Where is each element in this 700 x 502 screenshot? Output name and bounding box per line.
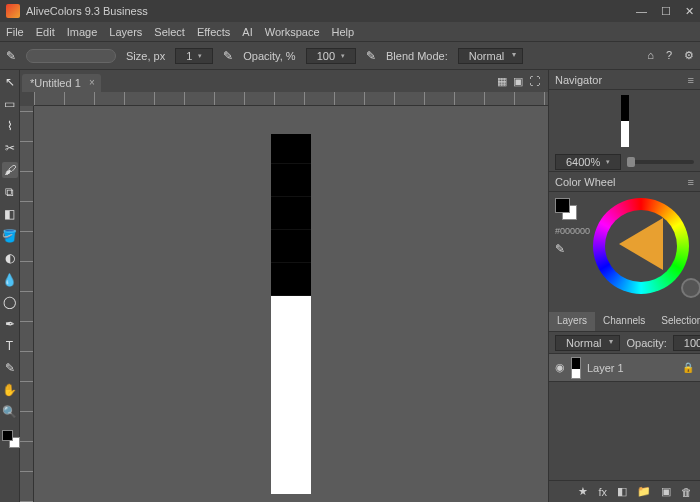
pen-tool[interactable]: ✒ [2, 316, 18, 332]
eyedropper-tool[interactable]: ✎ [2, 360, 18, 376]
menu-layers[interactable]: Layers [109, 26, 142, 38]
canvas-image [271, 134, 311, 494]
blend-label: Blend Mode: [386, 50, 448, 62]
visibility-icon[interactable]: ◉ [555, 361, 565, 374]
delete-icon[interactable]: 🗑 [681, 486, 692, 498]
blur-tool[interactable]: 💧 [2, 272, 18, 288]
folder-icon[interactable]: 📁 [637, 485, 651, 498]
maximize-button[interactable]: ☐ [661, 5, 671, 18]
color-swatch[interactable] [2, 430, 18, 446]
screen-icon[interactable]: ▣ [513, 75, 523, 88]
layer-name[interactable]: Layer 1 [587, 362, 624, 374]
layer-opacity-input[interactable]: 100▾ [673, 335, 700, 351]
size-pressure-icon[interactable]: ✎ [223, 49, 233, 63]
menu-effects[interactable]: Effects [197, 26, 230, 38]
navigator-preview[interactable] [549, 90, 700, 152]
lasso-tool[interactable]: ⌇ [2, 118, 18, 134]
menu-workspace[interactable]: Workspace [265, 26, 320, 38]
canvas[interactable] [34, 106, 548, 502]
arrange-icon[interactable]: ▦ [497, 75, 507, 88]
expand-icon[interactable]: ⛶ [529, 75, 540, 88]
menu-image[interactable]: Image [67, 26, 98, 38]
menu-edit[interactable]: Edit [36, 26, 55, 38]
brush-preview[interactable] [26, 49, 116, 63]
layer-blend-select[interactable]: Normal [555, 335, 620, 351]
app-title: AliveColors 9.3 Business [26, 5, 148, 17]
document-area: *Untitled 1× ▦ ▣ ⛶ [20, 70, 548, 502]
options-bar: ✎ Size, px 1▾ ✎ Opacity, % 100▾ ✎ Blend … [0, 42, 700, 70]
grayscale-icon[interactable] [681, 278, 700, 298]
zoom-input[interactable]: 6400%▾ [555, 154, 621, 170]
size-input[interactable]: 1▾ [175, 48, 213, 64]
doc-tab[interactable]: *Untitled 1× [22, 74, 101, 92]
gradient-tool[interactable]: ◐ [2, 250, 18, 266]
zoom-slider[interactable] [627, 160, 694, 164]
colorwheel-title: Color Wheel [555, 176, 616, 188]
navigator-title: Navigator [555, 74, 602, 86]
menu-help[interactable]: Help [332, 26, 355, 38]
zoom-tool[interactable]: 🔍 [2, 404, 18, 420]
app-logo [6, 4, 20, 18]
minimize-button[interactable]: — [636, 5, 647, 18]
opacity-pressure-icon[interactable]: ✎ [366, 49, 376, 63]
marquee-tool[interactable]: ▭ [2, 96, 18, 112]
new-layer-icon[interactable]: ▣ [661, 485, 671, 498]
color-wheel[interactable] [593, 198, 689, 294]
opacity-input[interactable]: 100▾ [306, 48, 356, 64]
layer-opacity-label: Opacity: [626, 337, 666, 349]
star-icon[interactable]: ★ [578, 485, 588, 498]
help-icon[interactable]: ? [666, 49, 672, 62]
blend-mode-select[interactable]: Normal [458, 48, 523, 64]
close-button[interactable]: ✕ [685, 5, 694, 18]
brush-tool[interactable]: 🖌 [2, 162, 18, 178]
opacity-label: Opacity, % [243, 50, 295, 62]
titlebar: AliveColors 9.3 Business — ☐ ✕ [0, 0, 700, 22]
fx-icon[interactable]: fx [598, 486, 607, 498]
menu-file[interactable]: File [6, 26, 24, 38]
layer-row[interactable]: ◉ Layer 1 🔒 [549, 354, 700, 382]
right-panels: Navigator≡ 6400%▾ Color Wheel≡ #000000 ✎… [548, 70, 700, 502]
tab-selections[interactable]: Selections [653, 312, 700, 331]
toolbar: ↖ ▭ ⌇ ✂ 🖌 ⧉ ◧ 🪣 ◐ 💧 ◯ ✒ T ✎ ✋ 🔍 [0, 70, 20, 502]
clone-tool[interactable]: ⧉ [2, 184, 18, 200]
tab-layers[interactable]: Layers [549, 312, 595, 331]
crop-tool[interactable]: ✂ [2, 140, 18, 156]
colorwheel-menu-icon[interactable]: ≡ [688, 176, 694, 188]
hand-tool[interactable]: ✋ [2, 382, 18, 398]
size-label: Size, px [126, 50, 165, 62]
menu-select[interactable]: Select [154, 26, 185, 38]
text-tool[interactable]: T [2, 338, 18, 354]
hex-value[interactable]: #000000 [555, 226, 587, 236]
colorwheel-swatch[interactable] [555, 198, 577, 220]
layer-thumb [571, 357, 581, 379]
menu-ai[interactable]: AI [242, 26, 252, 38]
eyedropper-icon[interactable]: ✎ [555, 242, 587, 256]
lock-icon[interactable]: 🔒 [682, 362, 694, 373]
eraser-tool[interactable]: ◧ [2, 206, 18, 222]
bucket-tool[interactable]: 🪣 [2, 228, 18, 244]
menubar: File Edit Image Layers Select Effects AI… [0, 22, 700, 42]
dodge-tool[interactable]: ◯ [2, 294, 18, 310]
close-tab-icon[interactable]: × [89, 77, 95, 88]
navigator-menu-icon[interactable]: ≡ [688, 74, 694, 86]
home-icon[interactable]: ⌂ [647, 49, 654, 62]
brush-preset-icon[interactable]: ✎ [6, 49, 16, 63]
settings-icon[interactable]: ⚙ [684, 49, 694, 62]
mask-icon[interactable]: ◧ [617, 485, 627, 498]
ruler-vertical[interactable] [20, 106, 34, 502]
ruler-horizontal[interactable] [34, 92, 548, 106]
tab-channels[interactable]: Channels [595, 312, 653, 331]
move-tool[interactable]: ↖ [2, 74, 18, 90]
